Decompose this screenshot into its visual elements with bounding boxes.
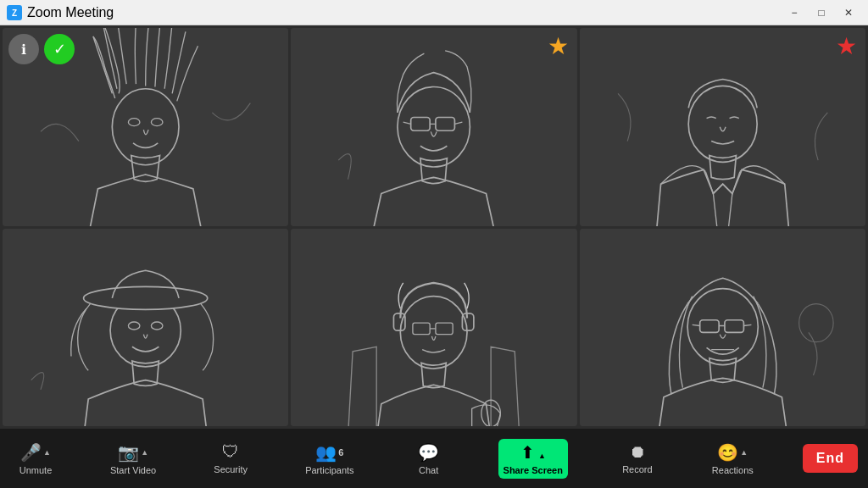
- record-button[interactable]: ⏺ Record: [612, 439, 663, 478]
- record-icon: ⏺: [629, 442, 646, 462]
- star-badge-gold-2: ★: [548, 35, 569, 58]
- end-button[interactable]: End: [803, 444, 858, 473]
- reactions-icon: 😊: [717, 442, 738, 463]
- chat-label: Chat: [419, 465, 438, 475]
- title-bar-title: Zoom Meeting: [27, 5, 114, 20]
- chat-button[interactable]: 💬 Chat: [403, 439, 454, 479]
- reactions-button[interactable]: 😊 ▲ Reactions: [707, 439, 759, 479]
- toolbar: 🎤 ▲ Unmute 📷 ▲ Start Video 🛡 Security 👥 …: [0, 429, 868, 488]
- start-video-button[interactable]: 📷 ▲ Start Video: [105, 439, 161, 479]
- participant-sketch-4: [3, 229, 288, 427]
- video-cell-3: ★: [580, 28, 865, 226]
- unmute-caret[interactable]: ▲: [43, 448, 51, 457]
- shield-icon: 🛡: [222, 442, 239, 462]
- svg-rect-24: [580, 229, 865, 427]
- participants-button[interactable]: 👥 6 Participants: [300, 439, 359, 479]
- svg-point-16: [84, 286, 208, 309]
- svg-rect-6: [291, 28, 576, 226]
- zoom-logo-icon: Z: [7, 5, 22, 20]
- participant-sketch-2: [291, 28, 576, 226]
- svg-rect-10: [580, 28, 865, 226]
- participant-sketch-3: [580, 28, 865, 226]
- share-caret[interactable]: ▲: [538, 452, 546, 460]
- top-controls: ℹ ✓: [8, 34, 75, 64]
- participant-sketch-5: [291, 229, 576, 427]
- maximize-button[interactable]: □: [809, 0, 834, 25]
- meeting-area: ℹ ✓: [0, 25, 868, 429]
- share-screen-button[interactable]: ⬆ ▲ Share Screen: [498, 439, 568, 479]
- start-video-label: Start Video: [110, 465, 156, 475]
- video-cell-5: [291, 229, 576, 427]
- title-bar: Z Zoom Meeting − □ ✕: [0, 0, 868, 25]
- participant-sketch-6: [580, 229, 865, 427]
- video-cell-4: [3, 229, 288, 427]
- security-button[interactable]: 🛡 Security: [205, 439, 256, 478]
- participants-count: 6: [338, 447, 343, 458]
- info-button[interactable]: ℹ: [8, 34, 39, 64]
- video-cell-2: ★: [291, 28, 576, 226]
- microphone-muted-icon: 🎤: [20, 442, 42, 463]
- check-button[interactable]: ✓: [44, 34, 75, 64]
- unmute-label: Unmute: [19, 465, 53, 475]
- video-caret[interactable]: ▲: [141, 448, 148, 457]
- title-bar-controls: − □ ✕: [782, 0, 861, 25]
- close-button[interactable]: ✕: [836, 0, 861, 25]
- share-screen-label: Share Screen: [504, 465, 563, 475]
- svg-rect-17: [291, 229, 576, 427]
- video-cell-6: [580, 229, 865, 427]
- unmute-button[interactable]: 🎤 ▲ Unmute: [10, 439, 61, 479]
- star-badge-red-3: ★: [836, 35, 857, 58]
- title-bar-left: Z Zoom Meeting: [7, 5, 114, 20]
- reactions-label: Reactions: [712, 465, 754, 475]
- record-label: Record: [622, 464, 652, 474]
- svg-text:Z: Z: [12, 8, 17, 18]
- reactions-caret[interactable]: ▲: [740, 448, 748, 457]
- minimize-button[interactable]: −: [782, 0, 807, 25]
- share-screen-icon: ⬆: [520, 443, 535, 462]
- svg-rect-12: [3, 229, 288, 427]
- chat-icon: 💬: [418, 442, 439, 463]
- video-camera-icon: 📷: [118, 442, 139, 463]
- info-icon: ℹ: [21, 42, 26, 58]
- security-label: Security: [214, 464, 248, 474]
- participants-icon: 👥: [315, 442, 337, 463]
- check-icon: ✓: [53, 40, 66, 58]
- participants-label: Participants: [305, 465, 353, 475]
